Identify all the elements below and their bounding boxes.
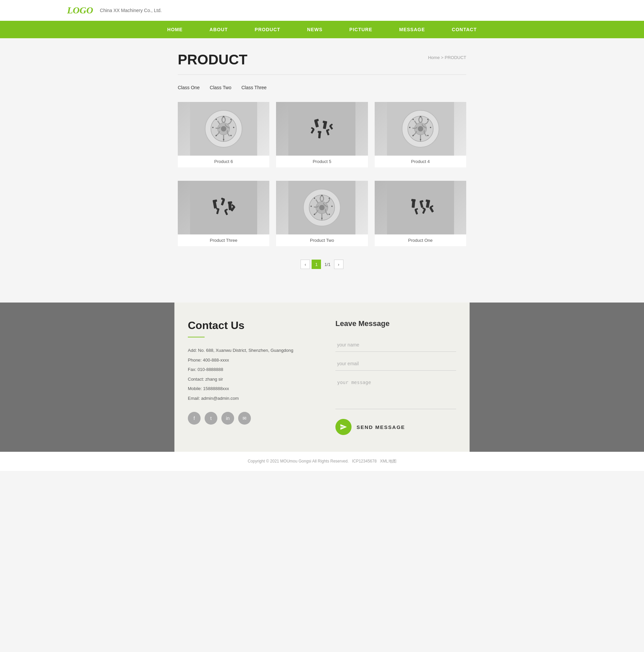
social-twitter[interactable]: t xyxy=(205,412,217,425)
svg-point-59 xyxy=(331,206,333,207)
breadcrumb: Home > PRODUCT xyxy=(428,55,466,60)
pagination-prev[interactable]: ‹ xyxy=(300,260,310,269)
footer-card: Contact Us Add: No. 688, Xuanwu District… xyxy=(175,302,469,452)
send-button[interactable]: SEND MESSAGE xyxy=(336,419,456,435)
product-card-5[interactable]: Product 5 xyxy=(276,102,368,167)
social-facebook[interactable]: f xyxy=(188,412,200,425)
contact-phone: Phone: 400-888-xxxx xyxy=(188,355,308,365)
category-tab-one[interactable]: Class One xyxy=(178,85,199,92)
product-grid-row1: Product 6 xyxy=(178,102,466,167)
product-card-4[interactable]: Product 4 xyxy=(375,102,466,167)
pagination-info: 1/1 xyxy=(323,262,332,267)
nav-about[interactable]: ABOUT xyxy=(196,21,242,38)
contact-us-title: Contact Us xyxy=(188,319,308,332)
main-content: PRODUCT Home > PRODUCT Class One Class T… xyxy=(171,38,473,302)
svg-point-37 xyxy=(409,127,410,128)
copyright-bar: Copyright © 2021 MOUmou Gongsi All Right… xyxy=(0,452,644,471)
email-field-group xyxy=(336,357,456,371)
page-header: PRODUCT Home > PRODUCT xyxy=(178,52,466,68)
pagination-current[interactable]: 1 xyxy=(312,260,321,269)
send-icon xyxy=(336,419,351,435)
svg-point-35 xyxy=(420,139,421,140)
svg-point-60 xyxy=(329,214,330,215)
pagination-next[interactable]: › xyxy=(334,260,344,269)
product-card-6[interactable]: Product 6 xyxy=(178,102,269,167)
pagination: ‹ 1 1/1 › xyxy=(178,260,466,269)
social-icons: f t in ✉ xyxy=(188,412,308,425)
contact-address: Add: No. 688, Xuanwu District, Shenzhen,… xyxy=(188,346,308,355)
nav-home[interactable]: HOME xyxy=(154,21,196,38)
product-name-6: Product 6 xyxy=(178,156,269,167)
svg-rect-13 xyxy=(289,102,355,156)
svg-point-58 xyxy=(329,197,330,199)
contact-mobile: Mobile: 15888888xxx xyxy=(188,384,308,394)
social-linkedin[interactable]: in xyxy=(221,412,234,425)
svg-rect-65 xyxy=(387,181,454,235)
product-name-4: Product 4 xyxy=(375,156,466,167)
nav-product[interactable]: PRODUCT xyxy=(241,21,294,38)
contact-email: Email: admin@admin.com xyxy=(188,394,308,404)
product-card-two[interactable]: Product Two xyxy=(276,181,368,246)
product-name-one: Product One xyxy=(375,235,466,246)
copyright-text: Copyright © 2021 MOUmou Gongsi All Right… xyxy=(247,459,349,463)
sitemap-link[interactable]: XML地图 xyxy=(380,459,397,463)
nav-contact[interactable]: CONTACT xyxy=(438,21,490,38)
product-card-one[interactable]: Product One xyxy=(375,181,466,246)
contact-left-panel: Contact Us Add: No. 688, Xuanwu District… xyxy=(175,302,322,452)
svg-point-6 xyxy=(231,119,232,120)
leave-message-title: Leave Message xyxy=(336,319,456,328)
svg-rect-23 xyxy=(318,131,321,133)
svg-point-63 xyxy=(311,206,312,207)
navigation: HOME ABOUT PRODUCT NEWS PICTURE MESSAGE … xyxy=(0,21,644,38)
contact-fax: Fax: 010-8888888 xyxy=(188,365,308,375)
header: LOGO China XX Machinery Co., Ltd. xyxy=(0,0,644,21)
svg-point-11 xyxy=(212,127,214,128)
name-field-group xyxy=(336,338,456,352)
product-card-three[interactable]: Product Three xyxy=(178,181,269,246)
svg-point-8 xyxy=(231,135,232,136)
contact-person: Contact: zhang sir xyxy=(188,375,308,384)
product-image-three xyxy=(178,181,269,235)
svg-point-12 xyxy=(216,119,217,120)
svg-point-36 xyxy=(412,135,413,136)
svg-point-57 xyxy=(321,195,323,196)
svg-rect-45 xyxy=(228,201,232,203)
svg-point-5 xyxy=(223,116,224,117)
nav-picture[interactable]: PICTURE xyxy=(336,21,386,38)
product-name-5: Product 5 xyxy=(276,156,368,167)
product-name-three: Product Three xyxy=(178,235,269,246)
breadcrumb-sep: > xyxy=(441,55,445,60)
name-input[interactable] xyxy=(336,338,456,352)
logo: LOGO xyxy=(67,5,93,16)
message-textarea[interactable] xyxy=(336,376,456,409)
page-title: PRODUCT xyxy=(178,52,247,68)
svg-point-9 xyxy=(223,139,224,140)
product-image-one xyxy=(375,181,466,235)
icp-number[interactable]: ICP12345678 xyxy=(352,459,376,463)
svg-point-56 xyxy=(319,205,325,210)
nav-news[interactable]: NEWS xyxy=(294,21,336,38)
product-image-6 xyxy=(178,102,269,156)
svg-point-30 xyxy=(418,126,423,132)
send-label: SEND MESSAGE xyxy=(356,424,405,430)
nav-message[interactable]: MESSAGE xyxy=(386,21,438,38)
company-name: China XX Machinery Co., Ltd. xyxy=(100,8,162,13)
svg-rect-39 xyxy=(190,181,257,235)
breadcrumb-current: PRODUCT xyxy=(445,55,466,60)
svg-rect-67 xyxy=(411,199,415,201)
social-email[interactable]: ✉ xyxy=(238,412,251,425)
category-tab-three[interactable]: Class Three xyxy=(242,85,267,92)
contact-divider xyxy=(188,337,205,337)
email-input[interactable] xyxy=(336,357,456,371)
svg-point-38 xyxy=(412,119,413,120)
svg-point-61 xyxy=(321,218,323,219)
svg-point-4 xyxy=(221,126,226,132)
svg-point-32 xyxy=(427,119,428,120)
product-name-two: Product Two xyxy=(276,235,368,246)
svg-point-31 xyxy=(420,116,421,117)
product-image-5 xyxy=(276,102,368,156)
svg-point-62 xyxy=(314,214,315,215)
svg-rect-22 xyxy=(318,132,321,138)
breadcrumb-home[interactable]: Home xyxy=(428,55,440,60)
category-tab-two[interactable]: Class Two xyxy=(210,85,231,92)
